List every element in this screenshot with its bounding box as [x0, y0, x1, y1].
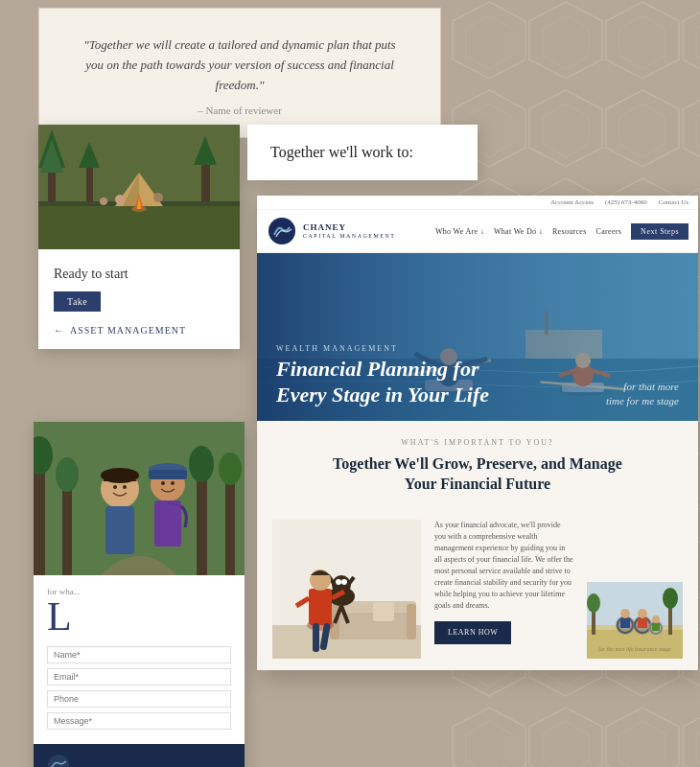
svg-rect-81 [225, 475, 235, 575]
svg-point-67 [638, 609, 647, 618]
svg-point-14 [115, 195, 125, 204]
svg-point-16 [100, 198, 107, 205]
svg-rect-52 [313, 623, 319, 652]
svg-rect-85 [105, 506, 134, 554]
section-title-line2: Your Financial Future [405, 476, 550, 492]
svg-point-84 [101, 468, 139, 483]
mobile-card: for wha... L SCHWAB LOGIN CONTACT PRIVAC… [34, 422, 245, 767]
main-website-card: Account Access (425) 673-4060 Contact Us… [257, 196, 698, 670]
phone-number: (425) 673-4060 [605, 198, 647, 206]
svg-point-15 [153, 193, 163, 202]
svg-point-60 [663, 588, 678, 609]
mobile-form-section: for wha... L [34, 575, 245, 744]
camping-image [38, 125, 240, 249]
logo-name: CHANEY [303, 222, 395, 233]
svg-rect-75 [34, 460, 45, 575]
big-letter: L [47, 596, 231, 637]
footer-logo-icon [47, 754, 70, 767]
content-text: As your financial advocate, we'll provid… [421, 520, 587, 644]
ready-text: Ready to start [54, 267, 224, 282]
site-nav: CHANEY CAPITAL MANAGEMENT Who We Are ↓ W… [257, 210, 698, 253]
chaney-logo-icon [267, 216, 297, 246]
svg-rect-50 [309, 589, 332, 625]
asset-management-link[interactable]: ← ASSET MANAGEMENT [54, 325, 224, 336]
hero-title-line1: Financial Planning for [276, 357, 479, 381]
svg-point-86 [113, 485, 117, 489]
quote-attribution: – Name of reviewer [74, 105, 406, 116]
take-button[interactable]: Take [54, 291, 101, 312]
svg-rect-72 [652, 623, 660, 631]
section-eyebrow: WHAT'S IMPORTANT TO YOU? [276, 438, 679, 447]
nav-what-we-do[interactable]: What We Do ↓ [494, 227, 543, 236]
for-whatever-text: for wha... [47, 587, 231, 596]
svg-rect-91 [149, 470, 187, 479]
hero-section: WEALTH MANAGEMENT Financial Planning for… [257, 253, 698, 421]
left-card: Ready to start Take ← ASSET MANAGEMENT [38, 125, 240, 349]
svg-point-80 [189, 446, 214, 482]
phone-field[interactable] [47, 690, 231, 708]
quote-card: "Together we will create a tailored and … [38, 8, 441, 138]
svg-point-48 [341, 579, 347, 585]
svg-point-47 [336, 579, 341, 585]
girl-dancing-image [272, 520, 421, 659]
svg-point-93 [171, 481, 175, 485]
nav-cta-button[interactable]: Next Steps [631, 223, 688, 240]
nav-links: Who We Are ↓ What We Do ↓ Resources Care… [435, 223, 688, 240]
content-body: As your financial advocate, we'll provid… [434, 520, 573, 612]
nav-careers[interactable]: Careers [596, 227, 622, 236]
quote-text: "Together we will create a tailored and … [74, 35, 406, 95]
svg-rect-77 [62, 479, 72, 575]
svg-point-82 [219, 453, 242, 485]
arrow-left-icon: ← [54, 325, 64, 336]
name-field[interactable] [47, 646, 231, 663]
mobile-footer: SCHWAB LOGIN CONTACT PRIVACY POLICY 1500… [34, 744, 245, 767]
contact-us-link[interactable]: Contact Us [659, 198, 688, 206]
mobile-photo [34, 422, 245, 575]
left-card-content: Ready to start Take ← ASSET MANAGEMENT [38, 249, 240, 349]
svg-point-78 [56, 457, 79, 492]
work-card-title: Together we'll work to: [270, 144, 455, 161]
nav-top-bar: Account Access (425) 673-4060 Contact Us [257, 196, 698, 210]
nav-resources[interactable]: Resources [552, 227, 587, 236]
svg-point-94 [48, 755, 69, 767]
site-logo[interactable]: CHANEY CAPITAL MANAGEMENT [267, 216, 395, 246]
svg-rect-43 [407, 604, 416, 639]
whats-important-section: WHAT'S IMPORTANT TO YOU? Together We'll … [257, 421, 698, 508]
svg-text:for the next life insurance st: for the next life insurance stage [598, 646, 671, 652]
message-field[interactable] [47, 712, 231, 730]
page-wrapper: "Together we will create a tailored and … [0, 0, 700, 767]
svg-point-63 [620, 609, 630, 618]
svg-point-71 [652, 616, 660, 623]
svg-point-87 [123, 485, 127, 489]
svg-point-58 [587, 593, 600, 613]
section-title-line1: Together We'll Grow, Preserve, and Manag… [333, 455, 622, 472]
svg-rect-64 [620, 618, 630, 628]
email-field[interactable] [47, 668, 231, 686]
work-card: Together we'll work to: [247, 125, 478, 180]
family-biking-image: for the next life insurance stage [587, 582, 683, 659]
svg-rect-79 [197, 470, 207, 575]
contact-form [47, 644, 231, 732]
nav-who-we-are[interactable]: Who We Are ↓ [435, 227, 484, 236]
learn-how-button[interactable]: LEARN HOW [434, 621, 511, 644]
content-row: As your financial advocate, we'll provid… [257, 508, 698, 670]
svg-rect-89 [154, 500, 181, 546]
svg-rect-68 [638, 618, 647, 628]
logo-subtitle: CAPITAL MANAGEMENT [303, 233, 395, 240]
hero-eyebrow: WEALTH MANAGEMENT [276, 344, 679, 353]
svg-rect-17 [38, 206, 240, 249]
section-title: Together We'll Grow, Preserve, and Manag… [276, 454, 679, 495]
hero-subtitle: for that moretime for me stage [606, 380, 679, 407]
asset-mgmt-label: ASSET MANAGEMENT [70, 325, 186, 336]
account-access-link[interactable]: Account Access [550, 198, 594, 206]
hero-title-line2: Every Stage in Your Life [276, 383, 489, 407]
svg-rect-44 [373, 602, 394, 621]
svg-point-92 [161, 481, 165, 485]
